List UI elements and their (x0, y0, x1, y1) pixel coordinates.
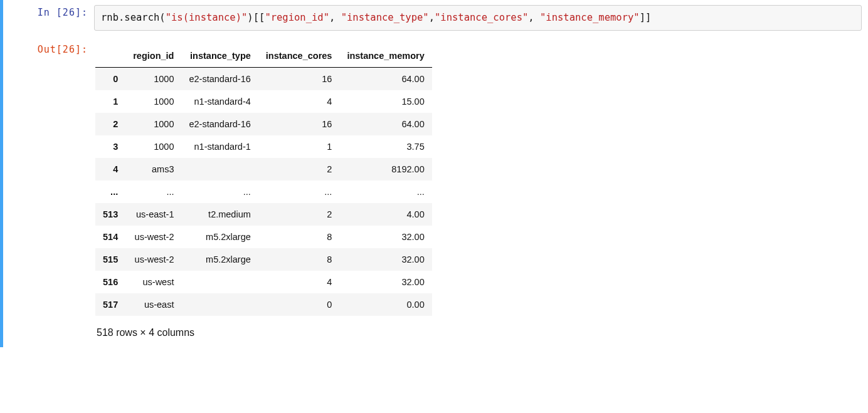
cell-instance-memory: 64.00 (339, 68, 431, 91)
row-index: 513 (95, 203, 125, 226)
cell-instance-cores: 4 (258, 90, 340, 113)
cell-instance-type: e2-standard-16 (181, 68, 258, 91)
notebook-cell: In [26]: rnb.search("is(instance)")[["re… (0, 0, 868, 42)
code-token: , (429, 12, 435, 23)
row-index: ... (95, 180, 125, 203)
code-token: "region_id" (265, 12, 329, 23)
table-row: 515us-west-2m5.2xlarge832.00 (95, 248, 432, 271)
column-header: instance_type (181, 44, 258, 68)
cell-instance-type: n1-standard-4 (181, 90, 258, 113)
cell-instance-memory: 3.75 (339, 135, 431, 158)
code-token: "is(instance)" (166, 12, 248, 23)
table-row: 514us-west-2m5.2xlarge832.00 (95, 226, 432, 248)
dataframe-corner (95, 44, 125, 68)
cell-instance-cores: 4 (258, 271, 340, 293)
cell-instance-memory: 15.00 (339, 90, 431, 113)
cell-region-id: us-west-2 (125, 248, 181, 271)
cell-instance-type (181, 293, 258, 316)
column-header: instance_memory (339, 44, 431, 68)
code-token: , (528, 12, 540, 23)
row-index: 2 (95, 113, 125, 135)
cell-region-id: us-east (125, 293, 181, 316)
output-block (94, 31, 862, 37)
cell-instance-type: m5.2xlarge (181, 226, 258, 248)
cell-instance-type: ... (181, 180, 258, 203)
dataframe-wrapper: region_id instance_type instance_cores i… (94, 42, 862, 342)
input-prompt-area: In [26]: (3, 5, 94, 37)
code-token: ( (159, 12, 165, 23)
dataframe-footer: 518 rows × 4 columns (95, 316, 862, 342)
cell-region-id: ams3 (125, 158, 181, 180)
cell-instance-cores: ... (258, 180, 340, 203)
row-index: 4 (95, 158, 125, 180)
table-row: 01000e2-standard-161664.00 (95, 68, 432, 91)
code-token: search (124, 12, 159, 23)
table-row: 31000n1-standard-113.75 (95, 135, 432, 158)
cell-region-id: 1000 (125, 135, 181, 158)
dataframe-body: 01000e2-standard-161664.0011000n1-standa… (95, 68, 432, 316)
cell-instance-type: n1-standard-1 (181, 135, 258, 158)
cell-instance-cores: 2 (258, 203, 340, 226)
cell-instance-cores: 16 (258, 68, 340, 91)
row-index: 516 (95, 271, 125, 293)
cell-instance-cores: 8 (258, 226, 340, 248)
input-content: rnb.search("is(instance)")[["region_id",… (94, 5, 862, 37)
output-content: region_id instance_type instance_cores i… (94, 42, 862, 342)
column-header: region_id (125, 44, 181, 68)
cell-instance-type (181, 271, 258, 293)
cell-region-id: 1000 (125, 90, 181, 113)
code-token: "instance_cores" (435, 12, 528, 23)
column-header: instance_cores (258, 44, 340, 68)
table-row: 21000e2-standard-161664.00 (95, 113, 432, 135)
row-index: 517 (95, 293, 125, 316)
code-input[interactable]: rnb.search("is(instance)")[["region_id",… (94, 5, 862, 31)
cell-instance-memory: 0.00 (339, 293, 431, 316)
cell-region-id: 1000 (125, 113, 181, 135)
code-token: ) (247, 12, 253, 23)
code-token: "instance_memory" (540, 12, 640, 23)
dataframe-table: region_id instance_type instance_cores i… (95, 44, 432, 316)
code-token: [ (253, 12, 259, 23)
cell-region-id: us-west (125, 271, 181, 293)
row-index: 515 (95, 248, 125, 271)
code-token: "instance_type" (341, 12, 429, 23)
code-token: rnb (101, 12, 119, 23)
output-cell: Out[26]: region_id instance_type instanc… (0, 42, 868, 347)
cell-instance-memory: 8192.00 (339, 158, 431, 180)
input-prompt: In [26]: (38, 7, 88, 18)
cell-instance-memory: 32.00 (339, 271, 431, 293)
row-index: 514 (95, 226, 125, 248)
cell-instance-type: e2-standard-16 (181, 113, 258, 135)
table-row: 11000n1-standard-4415.00 (95, 90, 432, 113)
cell-instance-cores: 16 (258, 113, 340, 135)
code-token: ] (640, 12, 645, 23)
cell-instance-memory: 32.00 (339, 248, 431, 271)
cell-instance-type: m5.2xlarge (181, 248, 258, 271)
code-token: [ (259, 12, 265, 23)
cell-region-id: us-east-1 (125, 203, 181, 226)
table-row: 4ams328192.00 (95, 158, 432, 180)
output-prompt: Out[26]: (38, 44, 88, 55)
cell-instance-memory: 4.00 (339, 203, 431, 226)
cell-region-id: 1000 (125, 68, 181, 91)
row-index: 3 (95, 135, 125, 158)
cell-instance-cores: 2 (258, 158, 340, 180)
row-index: 1 (95, 90, 125, 113)
cell-instance-type: t2.medium (181, 203, 258, 226)
table-row: 516us-west432.00 (95, 271, 432, 293)
cell-instance-memory: 32.00 (339, 226, 431, 248)
cell-region-id: ... (125, 180, 181, 203)
cell-instance-cores: 8 (258, 248, 340, 271)
cell-instance-memory: ... (339, 180, 431, 203)
table-row: ............... (95, 180, 432, 203)
table-row: 513us-east-1t2.medium24.00 (95, 203, 432, 226)
code-token: . (119, 12, 124, 23)
output-prompt-area: Out[26]: (3, 42, 94, 342)
cell-instance-memory: 64.00 (339, 113, 431, 135)
row-index: 0 (95, 68, 125, 91)
code-token: , (329, 12, 341, 23)
cell-instance-cores: 0 (258, 293, 340, 316)
cell-instance-type (181, 158, 258, 180)
code-token: ] (645, 12, 651, 23)
dataframe-header: region_id instance_type instance_cores i… (95, 44, 432, 68)
